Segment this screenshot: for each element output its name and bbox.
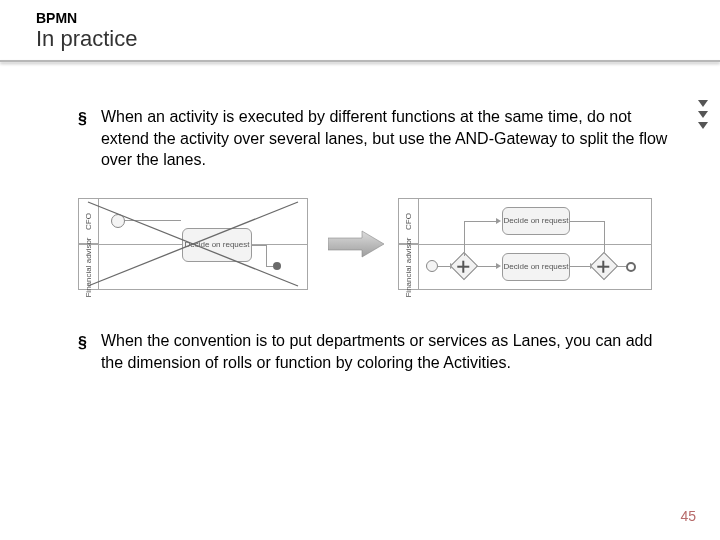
task-label: Decide on request	[504, 217, 569, 225]
diagram-row: CFO Financial advisor Decide on request	[78, 196, 664, 292]
lane-label: CFO	[84, 213, 93, 230]
lane-label: CFO	[404, 213, 413, 230]
content-area: § When an activity is executed by differ…	[78, 106, 668, 171]
slide: BPMN In practice § When an activity is e…	[0, 0, 720, 540]
page-number: 45	[680, 508, 696, 524]
end-event-icon	[273, 262, 281, 270]
sequence-flow	[570, 221, 604, 222]
triangle-icon	[698, 122, 708, 129]
start-event-icon	[426, 260, 438, 272]
decorative-triangles	[698, 100, 708, 129]
bullet-item: § When an activity is executed by differ…	[78, 106, 668, 171]
task-box: Decide on request	[182, 228, 252, 262]
wrong-diagram: CFO Financial advisor Decide on request	[78, 198, 308, 290]
sequence-flow	[616, 266, 626, 267]
sequence-flow	[604, 221, 605, 256]
correct-diagram: CFO Financial advisor Decide on request …	[398, 198, 652, 290]
lane-label: Financial advisor	[84, 237, 93, 297]
lane-header: Financial advisor	[398, 244, 418, 290]
sequence-flow	[570, 266, 592, 267]
arrowhead-icon	[496, 263, 501, 269]
svg-marker-2	[328, 231, 384, 257]
sequence-flow	[125, 220, 181, 221]
slide-title: In practice	[36, 26, 720, 52]
end-event-icon	[626, 262, 636, 272]
content-area-2: § When the convention is to put departme…	[78, 330, 668, 373]
task-label: Decide on request	[185, 241, 250, 250]
task-box: Decide on request	[502, 253, 570, 281]
task-box: Decide on request	[502, 207, 570, 235]
slide-header-small: BPMN	[36, 10, 720, 26]
sequence-flow	[266, 266, 273, 267]
bullet-text: When an activity is executed by differen…	[101, 106, 668, 171]
lane-label: Financial advisor	[404, 237, 413, 297]
header-divider	[0, 60, 720, 62]
sequence-flow	[464, 221, 465, 256]
sequence-flow	[266, 245, 267, 266]
sequence-flow	[464, 221, 498, 222]
bullet-marker: §	[78, 108, 87, 171]
slide-header: BPMN In practice	[0, 0, 720, 52]
lane-header: Financial advisor	[78, 244, 98, 290]
bullet-item: § When the convention is to put departme…	[78, 330, 668, 373]
bullet-marker: §	[78, 332, 87, 373]
transition-arrow-icon	[328, 229, 384, 259]
arrowhead-icon	[496, 218, 501, 224]
start-event-icon	[111, 214, 125, 228]
triangle-icon	[698, 111, 708, 118]
triangle-icon	[698, 100, 708, 107]
task-label: Decide on request	[504, 263, 569, 271]
sequence-flow	[252, 245, 266, 246]
bullet-text: When the convention is to put department…	[101, 330, 668, 373]
sequence-flow	[476, 266, 498, 267]
